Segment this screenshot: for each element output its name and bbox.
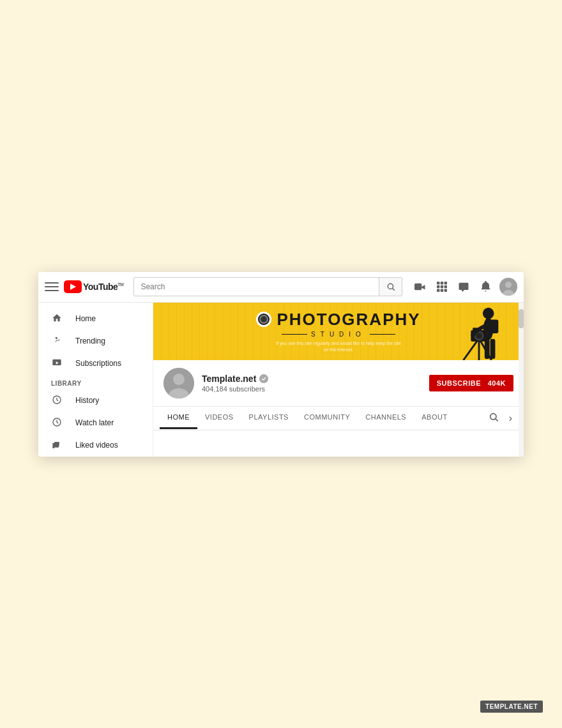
video-create-icon[interactable] [413, 279, 428, 294]
top-nav: YouTubeTM [38, 272, 524, 303]
banner-content: PHOTOGRAPHY STUDIO If you use this site … [256, 310, 420, 353]
svg-rect-28 [490, 338, 496, 358]
banner-description: If you use this site regularly and would… [275, 340, 402, 353]
sidebar-item-history[interactable]: History [38, 390, 153, 412]
sidebar-home-label: Home [75, 314, 96, 323]
sidebar: Home Trending Subscriptions LIBRARY His [38, 303, 153, 457]
sidebar-item-trending[interactable]: Trending [38, 330, 153, 353]
svg-line-17 [464, 338, 479, 360]
hamburger-menu[interactable] [45, 282, 59, 291]
svg-point-33 [490, 413, 496, 419]
search-bar [133, 277, 402, 296]
trending-icon [51, 335, 63, 347]
history-icon [51, 395, 63, 407]
sidebar-watch-later-label: Watch later [75, 418, 114, 427]
tab-channels[interactable]: CHANNELS [358, 407, 414, 429]
channel-avatar [163, 368, 194, 398]
liked-videos-icon [51, 439, 63, 451]
svg-rect-26 [490, 319, 499, 333]
svg-rect-27 [485, 338, 490, 358]
watermark: TEMPLATE.NET [480, 701, 543, 713]
tab-home[interactable]: HOME [160, 407, 197, 429]
sidebar-trending-label: Trending [75, 337, 105, 345]
svg-rect-8 [437, 289, 439, 292]
verified-icon [259, 374, 268, 383]
tab-videos[interactable]: VIDEOS [197, 407, 241, 429]
svg-rect-4 [444, 282, 447, 284]
sidebar-item-subscriptions[interactable]: Subscriptions [38, 353, 153, 375]
sidebar-liked-videos-label: Liked videos [75, 441, 118, 450]
apps-icon[interactable] [434, 279, 450, 294]
banner-subtitle: STUDIO [282, 331, 395, 338]
sidebar-item-liked-videos[interactable]: Liked videos [38, 434, 153, 457]
banner-camera-lens [256, 312, 271, 327]
svg-point-23 [476, 333, 482, 338]
channel-details: Template.net 404,184 subscribers [202, 374, 422, 393]
tab-playlists[interactable]: PLAYLISTS [241, 407, 296, 429]
watch-later-icon [51, 417, 63, 429]
svg-rect-6 [441, 285, 443, 288]
main-layout: Home Trending Subscriptions LIBRARY His [38, 303, 524, 457]
subtitle-line-left [282, 334, 307, 335]
channel-info: Template.net 404,184 subscribers SUBSCRI… [153, 360, 524, 407]
svg-rect-10 [444, 289, 447, 292]
user-avatar[interactable] [499, 278, 517, 296]
svg-point-12 [505, 282, 512, 288]
youtube-logo-text: YouTubeTM [83, 282, 123, 292]
channel-name: Template.net [202, 374, 256, 384]
channel-name-row: Template.net [202, 374, 422, 384]
subtitle-line-right [370, 334, 395, 335]
sidebar-subscriptions-label: Subscriptions [75, 359, 121, 368]
search-input[interactable] [134, 282, 379, 291]
channel-banner: PHOTOGRAPHY STUDIO If you use this site … [153, 303, 524, 360]
svg-point-25 [483, 307, 494, 319]
banner-title-row: PHOTOGRAPHY [256, 310, 420, 330]
home-icon [51, 313, 63, 325]
search-button[interactable] [379, 277, 402, 296]
svg-rect-7 [444, 285, 447, 288]
sidebar-history-label: History [75, 396, 99, 405]
svg-point-30 [173, 374, 185, 385]
svg-line-34 [496, 419, 498, 421]
chat-icon[interactable] [456, 279, 471, 294]
sidebar-item-home[interactable]: Home [38, 308, 153, 330]
channel-subscribers: 404,184 subscribers [202, 385, 422, 393]
youtube-logo[interactable]: YouTubeTM [64, 280, 123, 293]
banner-person-silhouette [453, 304, 505, 360]
tabs-chevron-right-icon[interactable]: › [504, 407, 517, 429]
svg-point-32 [261, 375, 267, 382]
sidebar-item-watch-later[interactable]: Watch later [38, 412, 153, 434]
channel-tabs: HOME VIDEOS PLAYLISTS COMMUNITY CHANNELS… [153, 407, 524, 430]
svg-rect-5 [437, 285, 439, 288]
youtube-logo-icon [64, 280, 82, 293]
subscriptions-icon [51, 358, 63, 370]
scrollbar-thumb[interactable] [519, 309, 524, 328]
nav-icons [413, 278, 517, 296]
scrollbar[interactable] [519, 303, 524, 457]
svg-rect-2 [437, 282, 439, 284]
notifications-icon[interactable] [478, 279, 493, 294]
content-area: PHOTOGRAPHY STUDIO If you use this site … [153, 303, 524, 457]
search-icon [386, 282, 395, 291]
svg-line-1 [392, 289, 394, 291]
tab-community[interactable]: COMMUNITY [296, 407, 358, 429]
tab-about[interactable]: ABOUT [414, 407, 455, 429]
svg-point-0 [388, 284, 393, 289]
tabs-search-icon[interactable] [483, 407, 504, 430]
library-section-label: LIBRARY [38, 375, 153, 390]
svg-rect-9 [441, 289, 443, 292]
banner-main-title: PHOTOGRAPHY [277, 310, 420, 330]
subscribe-button[interactable]: SUBSCRIBE 404K [429, 375, 513, 391]
svg-rect-3 [441, 282, 443, 284]
channel-avatar-svg [163, 368, 194, 398]
